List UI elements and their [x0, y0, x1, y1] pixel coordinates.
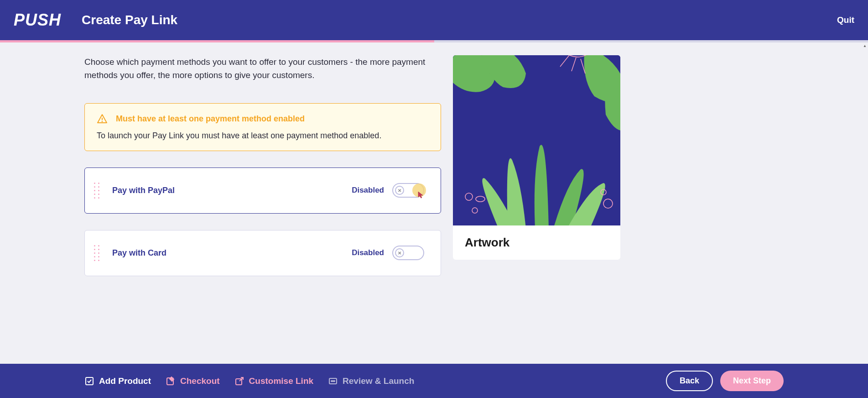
- page-title: Create Pay Link: [82, 13, 177, 27]
- header-left: PUSH Create Pay Link: [14, 10, 177, 30]
- progress-fill: [0, 40, 434, 42]
- scroll-up-icon[interactable]: ▲: [862, 42, 868, 49]
- external-link-icon: [234, 376, 244, 386]
- warning-icon: [97, 114, 108, 125]
- footer-buttons: Back Next Step: [666, 371, 784, 391]
- preview-card: Artwork: [453, 55, 620, 260]
- method-status: Disabled: [352, 248, 384, 257]
- x-icon: ✕: [398, 251, 401, 256]
- step-label: Review & Launch: [343, 376, 414, 386]
- back-button[interactable]: Back: [666, 371, 713, 391]
- step-customise-link[interactable]: Customise Link: [234, 376, 313, 386]
- artwork-image: [453, 55, 620, 225]
- progress-bar: [0, 40, 868, 42]
- svg-point-1: [102, 121, 103, 121]
- step-checkout[interactable]: Checkout: [166, 376, 220, 386]
- drag-handle-icon[interactable]: [94, 245, 102, 261]
- step-label: Checkout: [180, 376, 220, 386]
- step-add-product[interactable]: Add Product: [84, 376, 151, 386]
- method-name: Pay with PayPal: [112, 186, 352, 195]
- toggle-knob: ✕: [395, 248, 404, 257]
- quit-button[interactable]: Quit: [837, 15, 854, 25]
- toggle-card[interactable]: ✕: [392, 246, 424, 260]
- svg-point-18: [334, 381, 335, 382]
- svg-point-17: [333, 381, 333, 382]
- payment-method-paypal: Pay with PayPal Disabled ✕: [84, 168, 441, 214]
- footer: Add Product Checkout Customise Link: [0, 364, 868, 398]
- payment-method-card: Pay with Card Disabled ✕: [84, 230, 441, 276]
- scrollbar[interactable]: ▲: [862, 42, 868, 364]
- method-status: Disabled: [352, 186, 384, 195]
- edit-icon: [166, 376, 176, 386]
- preview-title: Artwork: [453, 225, 620, 260]
- step-label: Add Product: [99, 376, 151, 386]
- cursor-icon: [418, 191, 424, 199]
- x-icon: ✕: [398, 188, 401, 193]
- next-step-button[interactable]: Next Step: [720, 371, 784, 391]
- svg-point-16: [331, 381, 332, 382]
- step-label: Customise Link: [249, 376, 313, 386]
- description: Choose which payment methods you want to…: [84, 55, 441, 82]
- alert-title-text: Must have at least one payment method en…: [116, 114, 305, 124]
- step-review-launch[interactable]: Review & Launch: [328, 376, 414, 386]
- drag-handle-icon[interactable]: [94, 183, 102, 199]
- logo: PUSH: [14, 10, 61, 30]
- alert-box: Must have at least one payment method en…: [84, 103, 441, 151]
- cursor-highlight: [412, 183, 426, 197]
- method-name: Pay with Card: [112, 248, 352, 258]
- dots-square-icon: [328, 376, 338, 386]
- check-square-icon: [84, 376, 94, 386]
- header: PUSH Create Pay Link Quit: [0, 0, 868, 40]
- alert-title-row: Must have at least one payment method en…: [97, 114, 429, 125]
- right-column: Artwork: [453, 55, 620, 293]
- left-column: Choose which payment methods you want to…: [84, 55, 441, 293]
- footer-steps: Add Product Checkout Customise Link: [84, 376, 414, 386]
- toggle-paypal[interactable]: ✕: [392, 183, 424, 198]
- content-inner: Choose which payment methods you want to…: [84, 55, 784, 293]
- toggle-knob: ✕: [395, 186, 404, 195]
- alert-body: To launch your Pay Link you must have at…: [97, 131, 429, 141]
- svg-rect-11: [86, 377, 93, 385]
- content: Choose which payment methods you want to…: [0, 42, 868, 364]
